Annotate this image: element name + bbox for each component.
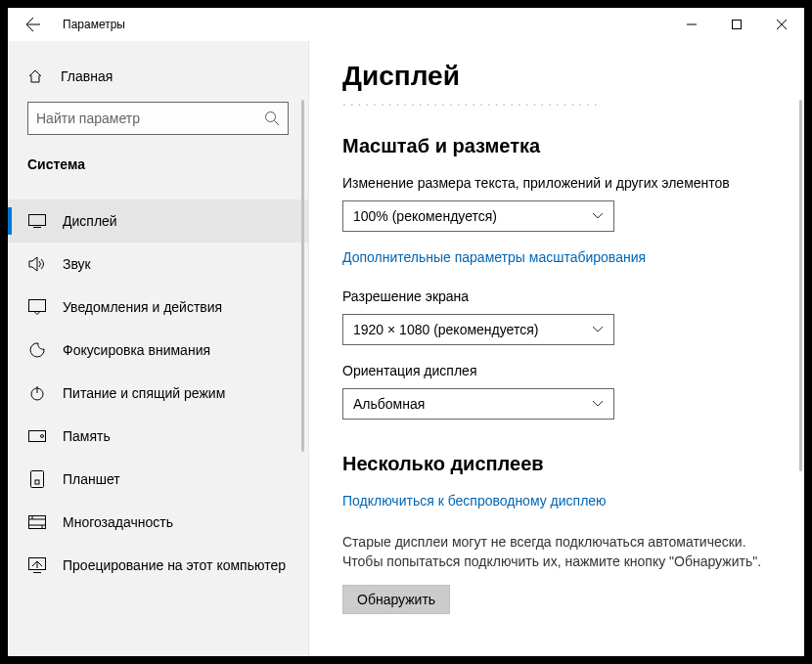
svg-rect-6: [29, 215, 46, 226]
svg-rect-13: [31, 471, 44, 488]
dropdown-resolution[interactable]: 1920 × 1080 (рекомендуется): [342, 314, 614, 345]
search-input[interactable]: [36, 111, 264, 126]
cutoff-text: . . . . . . . . . . . . . . . . . . . . …: [342, 96, 765, 106]
sidebar-item-sound[interactable]: Звук: [8, 243, 308, 286]
svg-rect-14: [35, 480, 39, 484]
sidebar-item-label: Планшет: [63, 471, 120, 487]
svg-rect-15: [29, 516, 46, 529]
titlebar: Параметры: [8, 8, 804, 41]
dropdown-orientation[interactable]: Альбомная: [342, 388, 614, 420]
label-text-size: Изменение размера текста, приложений и д…: [342, 175, 765, 191]
sidebar-item-tablet[interactable]: Планшет: [8, 458, 308, 501]
category-heading: Система: [8, 149, 308, 180]
sidebar-item-label: Фокусировка внимания: [63, 342, 210, 358]
dropdown-scale-value: 100% (рекомендуется): [353, 208, 497, 224]
body: Главная Система Дисплей Звук Уведомления…: [8, 41, 804, 656]
sidebar-item-projecting[interactable]: Проецирование на этот компьютер: [8, 544, 308, 587]
focus-icon: [27, 342, 47, 358]
content-area: Дисплей . . . . . . . . . . . . . . . . …: [309, 41, 804, 656]
sidebar-item-power[interactable]: Питание и спящий режим: [8, 372, 308, 415]
multitasking-icon: [27, 515, 47, 529]
chevron-down-icon: [592, 212, 604, 220]
content-scrollbar[interactable]: [799, 100, 802, 471]
window-controls: [669, 8, 804, 41]
back-arrow-icon: [25, 17, 41, 32]
sidebar-item-label: Питание и спящий режим: [63, 385, 225, 401]
sidebar-item-multitasking[interactable]: Многозадачность: [8, 501, 308, 544]
back-button[interactable]: [20, 11, 47, 38]
home-icon: [27, 68, 47, 84]
svg-point-12: [41, 435, 44, 438]
close-icon: [777, 20, 787, 29]
sidebar-item-label: Многозадачность: [63, 514, 173, 530]
close-button[interactable]: [759, 8, 804, 41]
sidebar-item-label: Звук: [63, 256, 91, 272]
search-icon: [264, 111, 280, 126]
display-icon: [27, 214, 47, 228]
settings-window: Параметры Главная: [0, 0, 812, 664]
minimize-button[interactable]: [669, 8, 714, 41]
dropdown-resolution-value: 1920 × 1080 (рекомендуется): [353, 322, 538, 337]
sidebar-item-display[interactable]: Дисплей: [8, 199, 308, 243]
link-wireless-display[interactable]: Подключиться к беспроводному дисплею: [342, 493, 765, 509]
sidebar-item-label: Дисплей: [63, 213, 117, 229]
sidebar: Главная Система Дисплей Звук Уведомления…: [8, 41, 309, 656]
sound-icon: [27, 256, 47, 272]
section-scale-title: Масштаб и разметка: [342, 135, 765, 157]
sidebar-item-label: Уведомления и действия: [63, 299, 222, 315]
window-title: Параметры: [63, 18, 125, 31]
sidebar-item-label: Память: [63, 428, 111, 444]
home-link[interactable]: Главная: [8, 63, 308, 90]
label-resolution: Разрешение экрана: [342, 288, 765, 304]
link-advanced-scaling[interactable]: Дополнительные параметры масштабирования: [342, 249, 765, 265]
svg-line-5: [275, 121, 280, 126]
svg-rect-11: [29, 431, 46, 442]
maximize-icon: [732, 20, 742, 29]
sidebar-item-focus[interactable]: Фокусировка внимания: [8, 329, 308, 372]
tablet-icon: [27, 470, 47, 488]
dropdown-orientation-value: Альбомная: [353, 396, 425, 412]
sidebar-item-storage[interactable]: Память: [8, 415, 308, 458]
projecting-icon: [27, 557, 47, 573]
label-orientation: Ориентация дисплея: [342, 363, 765, 378]
sidebar-item-label: Проецирование на этот компьютер: [63, 557, 286, 573]
chevron-down-icon: [592, 400, 604, 408]
section-multi-title: Несколько дисплеев: [342, 453, 765, 475]
minimize-icon: [687, 20, 697, 29]
sidebar-item-notifications[interactable]: Уведомления и действия: [8, 286, 308, 329]
svg-point-4: [266, 112, 276, 122]
sidebar-scrollbar[interactable]: [301, 100, 304, 452]
detect-button[interactable]: Обнаружить: [342, 585, 450, 614]
svg-rect-8: [29, 300, 46, 312]
svg-rect-1: [733, 21, 742, 29]
dropdown-scale[interactable]: 100% (рекомендуется): [342, 200, 614, 232]
home-label: Главная: [61, 68, 113, 84]
page-title: Дисплей: [342, 61, 765, 92]
chevron-down-icon: [592, 326, 604, 333]
maximize-button[interactable]: [714, 8, 759, 41]
detect-description: Старые дисплеи могут не всегда подключат…: [342, 532, 765, 571]
search-box[interactable]: [27, 102, 289, 135]
notifications-icon: [27, 299, 47, 315]
storage-icon: [27, 430, 47, 442]
power-icon: [27, 385, 47, 401]
